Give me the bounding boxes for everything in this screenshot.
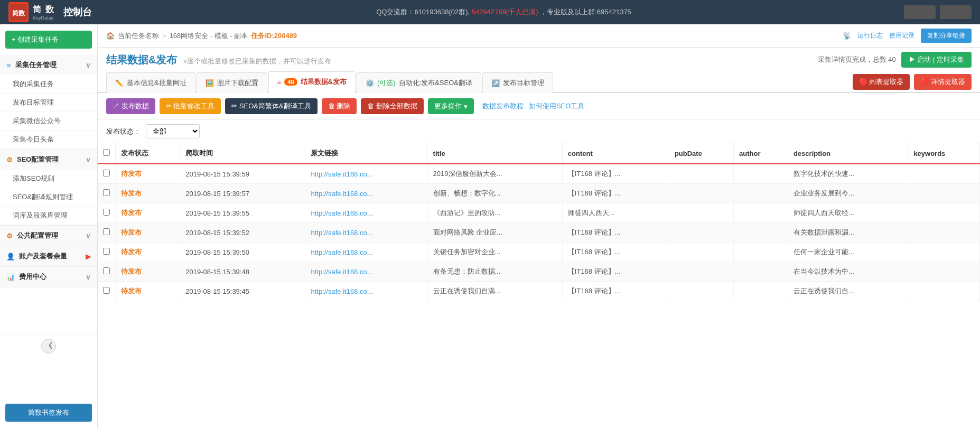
row-description: 企业业务发展到今... [788, 184, 908, 203]
public-gear-icon: ⚙ [6, 232, 13, 240]
row-keywords [908, 262, 980, 282]
header-right [904, 5, 972, 19]
tab-basic-info[interactable]: ✏️ 基本信息&批量网址 [106, 72, 195, 93]
row-url[interactable]: http://safe.it168.co... [305, 223, 427, 243]
sidebar-item-my-tasks[interactable]: 我的采集任务 [0, 75, 97, 94]
row-time: 2019-08-15 15:39:52 [180, 223, 305, 243]
start-button[interactable]: ▶ 启动 | 定时采集 [901, 52, 972, 68]
row-checkbox-1[interactable] [103, 189, 110, 196]
row-checkbox-cell[interactable] [98, 243, 116, 262]
row-author [734, 164, 788, 184]
row-checkbox-0[interactable] [103, 170, 110, 176]
bookmarks-publish-button[interactable]: 简数书签发布 [5, 404, 92, 422]
delete-button[interactable]: 🗑 删除 [322, 98, 357, 114]
breadcrumb-right: 📡 运行日志 使用记录 复制分享链接 [843, 29, 972, 43]
row-url[interactable]: http://safe.it168.co... [305, 282, 427, 301]
tab-optional-label: (可选) [377, 78, 396, 88]
row-checkbox-cell[interactable] [98, 184, 116, 203]
row-checkbox-3[interactable] [103, 228, 110, 235]
row-keywords [908, 184, 980, 203]
billing-chevron: ∨ [86, 273, 91, 281]
detail-extractor-button[interactable]: 🔴 详情提取器 [914, 74, 972, 90]
row-title: 面对网络风险 企业应... [427, 223, 562, 243]
delete-all-button[interactable]: 🗑 删除全部数据 [361, 98, 424, 114]
row-checkbox-cell[interactable] [98, 223, 116, 243]
toolbar-links: 数据发布教程 如何使用SEO工具 [482, 101, 584, 111]
row-author [734, 223, 788, 243]
header-btn1[interactable] [904, 5, 936, 19]
row-checkbox-6[interactable] [103, 287, 110, 294]
row-description: 在当今以技术为中... [788, 262, 908, 282]
sidebar-item-wechat[interactable]: 采集微信公众号 [0, 112, 97, 131]
run-log-link[interactable]: 运行日志 [857, 31, 883, 40]
row-checkbox-cell[interactable] [98, 262, 116, 282]
row-url[interactable]: http://safe.it168.co... [305, 243, 427, 262]
more-actions-button[interactable]: 更多操作 ▾ [428, 98, 474, 114]
row-description: 云正在诱使我们自... [788, 282, 908, 301]
sidebar-section-seo-header[interactable]: ⚙ SEO配置管理 ∨ [0, 150, 97, 170]
sidebar-item-add-seo[interactable]: 添加SEO规则 [0, 170, 97, 188]
batch-modify-button[interactable]: ✏ 批量修改工具 [160, 98, 221, 114]
row-checkbox-cell[interactable] [98, 203, 116, 223]
logo-icon: 简数 [8, 2, 29, 22]
row-title: 《西游记》里的攻防... [427, 203, 562, 223]
col-url: 原文链接 [305, 143, 427, 164]
copy-share-link-button[interactable]: 复制分享链接 [921, 29, 972, 43]
row-content: 【IT168 评论】... [562, 243, 669, 262]
edit-icon: ✏️ [115, 79, 124, 87]
usage-record-link[interactable]: 使用记录 [889, 31, 914, 40]
sidebar-section-account-header[interactable]: 👤 账户及套餐余量 ▶ [0, 246, 97, 266]
seo-tool-button[interactable]: ✏ SEO&简繁体&翻译工具 [225, 98, 317, 114]
page-title-area: 结果数据&发布 »逐个或批量修改已采集的数据，并可以进行发布 [106, 53, 331, 67]
select-all-checkbox[interactable] [103, 149, 110, 156]
tab-publish-target[interactable]: ↗️ 发布目标管理 [482, 72, 553, 93]
sidebar-section-billing-header[interactable]: 📊 费用中心 ∨ [0, 267, 97, 287]
tabs-bar: ✏️ 基本信息&批量网址 🖼️ 图片下载配置 ≡ 40 结果数据&发布 ⚙️ (… [98, 70, 980, 93]
task-mgmt-icon: ≡ [6, 61, 11, 70]
sidebar-collapse-button[interactable]: 《 [41, 339, 56, 353]
sidebar-item-toutiao[interactable]: 采集今日头条 [0, 131, 97, 149]
rss-icon: 📡 [843, 32, 851, 40]
publish-data-button[interactable]: ↗ 发布数据 [106, 98, 155, 114]
data-publish-tutorial-link[interactable]: 数据发布教程 [482, 101, 524, 111]
page-header-right: 采集详情页完成，总数 40 ▶ 启动 | 定时采集 [818, 52, 972, 68]
row-checkbox-cell[interactable] [98, 164, 116, 184]
row-url[interactable]: http://safe.it168.co... [305, 262, 427, 282]
sidebar-section-account: 👤 账户及套餐余量 ▶ [0, 246, 97, 267]
sidebar-item-seo-rules[interactable]: SEO&翻译规则管理 [0, 188, 97, 207]
col-content: content [562, 143, 669, 164]
row-pubdate [669, 223, 733, 243]
header-btn2[interactable] [940, 5, 972, 19]
sidebar-item-publish-target[interactable]: 发布目标管理 [0, 94, 97, 112]
sidebar-item-word-library[interactable]: 词库及段落库管理 [0, 207, 97, 225]
col-description: description [788, 143, 908, 164]
row-url[interactable]: http://safe.it168.co... [305, 203, 427, 223]
logo-sub: KeyDatas [33, 15, 55, 21]
sidebar-section-seo: ⚙ SEO配置管理 ∨ 添加SEO规则 SEO&翻译规则管理 词库及段落库管理 [0, 150, 97, 226]
create-task-button[interactable]: + 创建采集任务 [5, 31, 92, 49]
tab-result-data[interactable]: ≡ 40 结果数据&发布 [268, 71, 356, 93]
tab-automation[interactable]: ⚙️ (可选) 自动化:发布&SEO&翻译 [357, 72, 481, 93]
table-body: 待发布 2019-08-15 15:39:59 http://safe.it16… [98, 164, 980, 301]
sidebar-section-task: ≡ 采集任务管理 ∨ 我的采集任务 发布目标管理 采集微信公众号 采集今日头条 [0, 55, 97, 150]
publish-status-filter[interactable]: 全部 待发布 已发布 发布失败 [146, 124, 200, 138]
tab-image-download[interactable]: 🖼️ 图片下载配置 [197, 72, 267, 93]
billing-label: 费用中心 [19, 272, 46, 282]
row-checkbox-5[interactable] [103, 267, 110, 274]
breadcrumb-task-id: 任务ID:200489 [251, 31, 297, 41]
row-keywords [908, 243, 980, 262]
breadcrumb-bar: 🏠 当前任务名称 > 168网络安全 - 模板 - 副本 任务ID:200489… [98, 24, 980, 48]
row-checkbox-cell[interactable] [98, 282, 116, 301]
account-label: 账户及套餐余量 [19, 252, 67, 261]
sidebar-section-public-header[interactable]: ⚙ 公共配置管理 ∨ [0, 226, 97, 246]
gear-icon: ⚙️ [366, 79, 374, 87]
toolbar: ↗ 发布数据 ✏ 批量修改工具 ✏ SEO&简繁体&翻译工具 🗑 删除 🗑 删除… [98, 93, 980, 120]
row-checkbox-2[interactable] [103, 209, 110, 216]
sidebar-section-task-header[interactable]: ≡ 采集任务管理 ∨ [0, 55, 97, 75]
row-url[interactable]: http://safe.it168.co... [305, 184, 427, 203]
row-checkbox-4[interactable] [103, 248, 110, 255]
seo-tool-guide-link[interactable]: 如何使用SEO工具 [529, 101, 584, 111]
list-extractor-button[interactable]: 🔴 列表提取器 [853, 74, 910, 90]
row-url[interactable]: http://safe.it168.co... [305, 164, 427, 184]
sidebar-section-billing: 📊 费用中心 ∨ [0, 267, 97, 287]
